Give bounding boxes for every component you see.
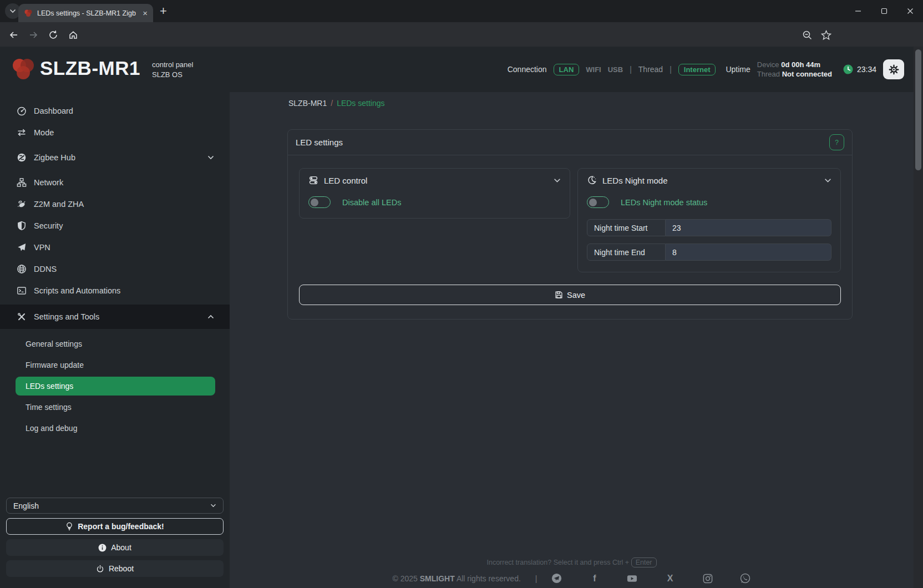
sidebar-item-label: Scripts and Automations [34,286,120,295]
night-mode-toggle[interactable] [587,196,609,208]
wifi-label: WIFI [586,65,601,74]
sidebar-item-vpn[interactable]: VPN [0,236,230,258]
night-end-row: Night time End [587,244,831,261]
tab-strip: LEDs settings - SLZB-MR1 Zigb × + [0,0,923,22]
card-title: LED settings [296,138,343,147]
night-start-input[interactable] [666,219,831,236]
bookmark-star-icon[interactable] [819,28,833,42]
home-button[interactable] [67,28,80,42]
sidebar-item-settings-tools[interactable]: Settings and Tools [0,305,230,329]
window-controls [845,0,923,22]
night-end-label: Night time End [587,244,666,261]
night-end-input[interactable] [666,244,831,261]
facebook-icon[interactable]: f [589,573,600,584]
sidebar-item-label: DDNS [34,265,57,273]
sidebar-item-mode[interactable]: Mode [0,121,230,143]
scrollbar[interactable] [914,47,923,588]
sidebar-item-label: VPN [34,243,50,252]
chevron-down-icon [554,178,561,183]
breadcrumb-root[interactable]: SLZB-MR1 [288,99,327,108]
sidebar-item-network[interactable]: Network [0,171,230,193]
save-button[interactable]: Save [299,285,841,305]
report-bug-label: Report a bug/feedback! [78,522,164,531]
led-settings-card: LED settings ? LED control [287,129,853,320]
new-tab-button[interactable]: + [160,4,167,18]
report-bug-button[interactable]: Report a bug/feedback! [6,518,224,535]
disable-leds-toggle[interactable] [308,196,331,208]
sidebar-item-label: Mode [34,128,54,137]
close-window-button[interactable] [897,0,923,22]
sidebar-item-security[interactable]: Security [0,215,230,236]
settings-gear-button[interactable] [883,59,904,79]
sidebar-item-zigbee-hub[interactable]: Zigbee Hub [0,146,230,168]
browser-tab[interactable]: LEDs settings - SLZB-MR1 Zigb × [18,4,153,22]
brand-subtitle-line2: SLZB OS [152,70,193,80]
tab-title: LEDs settings - SLZB-MR1 Zigb [37,9,138,17]
info-icon [98,544,106,552]
scrollbar-thumb[interactable] [915,49,921,170]
minimize-button[interactable] [845,0,871,22]
copyright-text: © 2025 SMLIGHT All rights reserved. [393,574,521,583]
maximize-button[interactable] [871,0,897,22]
sidebar: Dashboard Mode Zigbee Hub [0,92,230,588]
language-select[interactable]: English [6,498,224,514]
led-control-header[interactable]: LED control [300,169,570,192]
sidebar-item-dashboard[interactable]: Dashboard [0,100,230,121]
night-mode-panel: LEDs Night mode LEDs Night mode status N… [577,168,841,272]
night-start-label: Night time Start [587,219,666,236]
zoom-lens-icon[interactable] [800,28,814,42]
reload-button[interactable] [47,28,60,42]
sidebar-subitem-general-settings[interactable]: General settings [0,333,230,354]
sidebar-item-label: Network [34,178,63,187]
sidebar-item-label: Security [34,221,63,230]
bee-icon [17,199,27,209]
social-links: f X [551,573,750,584]
night-mode-header[interactable]: LEDs Night mode [578,169,840,192]
translation-hint-text: Incorrect translation? Select it and pre… [486,559,631,566]
tools-icon [17,312,27,322]
chevron-up-icon [207,315,214,319]
sidebar-subitem-time-settings[interactable]: Time settings [0,397,230,418]
instagram-icon[interactable] [702,573,713,584]
sidebar-item-z2m-zha[interactable]: Z2M and ZHA [0,193,230,215]
zigbee-icon [17,153,27,163]
footer-separator: | [535,574,537,583]
slzb-logo [10,56,37,83]
uptime-label: Uptime [726,65,750,74]
card-body: LED control Disable all LEDs [288,155,852,272]
sidebar-item-label: Settings and Tools [34,312,99,321]
terminal-icon [17,286,27,296]
main-content: SLZB-MR1 / LEDs settings LED settings ? … [230,92,914,588]
browser-toolbar: Not secure 192.168.1.102/settings/led In… [0,22,923,47]
footer: © 2025 SMLIGHT All rights reserved. | f … [230,573,914,584]
led-control-panel: LED control Disable all LEDs [299,168,570,219]
device-time: 23:34 [857,65,876,74]
sidebar-subitem-firmware-update[interactable]: Firmware update [0,354,230,376]
x-twitter-icon[interactable]: X [665,573,675,584]
sidebar-item-ddns[interactable]: DDNS [0,258,230,280]
help-button[interactable]: ? [829,134,844,150]
reboot-button[interactable]: Reboot [6,560,224,577]
uptime-values: Device 0d 00h 44m Thread Not connected [757,60,832,79]
uptime-device-value: 0d 00h 44m [781,60,820,69]
chevron-down-icon [207,155,214,160]
chevron-down-icon [210,504,216,508]
sidebar-item-scripts[interactable]: Scripts and Automations [0,280,230,301]
youtube-icon[interactable] [627,573,637,584]
thread-label: Thread [638,65,663,74]
browser-window: LEDs settings - SLZB-MR1 Zigb × + [0,0,923,588]
about-button[interactable]: About [6,539,224,556]
whatsapp-icon[interactable] [740,573,750,584]
back-button[interactable] [7,28,20,42]
forward-button[interactable] [27,28,40,42]
language-value: English [13,501,39,510]
internet-badge: Internet [678,64,716,75]
sidebar-subitem-leds-settings[interactable]: LEDs settings [16,377,215,396]
night-mode-title: LEDs Night mode [602,176,668,185]
telegram-icon[interactable] [551,573,562,584]
gear-icon [889,64,899,75]
favicon-slzb-logo [24,9,33,18]
sidebar-subitem-log-debug[interactable]: Log and debug [0,418,230,439]
tab-close-icon[interactable]: × [143,9,148,17]
brand-title: SLZB-MR1 [40,57,140,79]
